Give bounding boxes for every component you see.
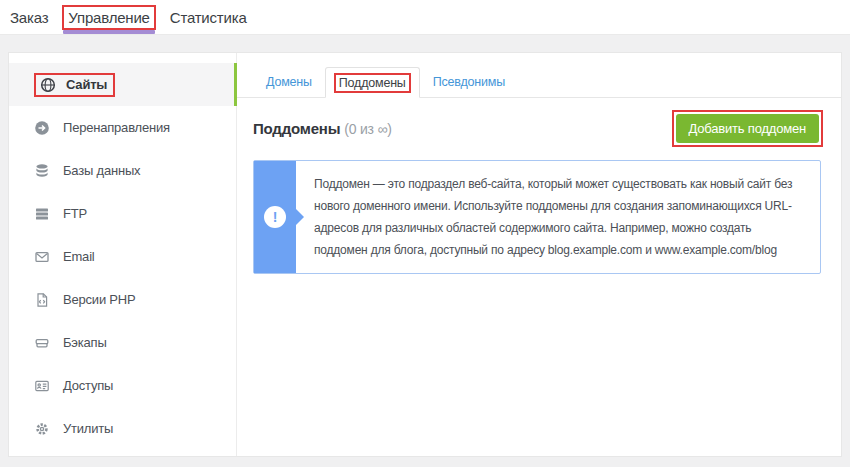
redirect-icon (34, 120, 50, 136)
annotation-highlight: Поддомены (334, 73, 411, 93)
subdomain-count: (0 из ∞) (344, 121, 392, 137)
sidebar-item-label: FTP (63, 206, 87, 221)
sidebar-item-email[interactable]: Email (9, 235, 236, 278)
sidebar-item-access[interactable]: Доступы (9, 364, 236, 407)
gear-icon (34, 421, 50, 437)
annotation-highlight: Сайты (34, 73, 115, 97)
main-panel: СайтыПеренаправленияБазы данныхFTPEmailВ… (8, 52, 842, 457)
php-file-icon (34, 292, 50, 308)
sidebar-item-label: Сайты (66, 77, 107, 92)
backup-icon (34, 335, 50, 351)
id-card-icon (34, 378, 50, 394)
content-area: ДоменыПоддоменыПсевдонимы Поддомены (0 и… (237, 53, 841, 456)
sidebar-item-ftp[interactable]: FTP (9, 192, 236, 235)
add-subdomain-button[interactable]: Добавить поддомен (676, 114, 819, 143)
heading-row: Поддомены (0 из ∞) Добавить поддомен (237, 98, 841, 147)
sidebar-item-label: Доступы (63, 378, 113, 393)
sidebar-item-label: Перенаправления (63, 120, 170, 135)
sidebar-item-redirects[interactable]: Перенаправления (9, 106, 236, 149)
info-box-notch (296, 209, 304, 225)
nav-item-label: Управление (68, 9, 149, 26)
sidebar-item-backups[interactable]: Бэкапы (9, 321, 236, 364)
tab-aliases[interactable]: Псевдонимы (420, 67, 518, 97)
info-box: ! Поддомен — это подраздел веб-сайта, ко… (253, 160, 821, 274)
tab-domains[interactable]: Домены (253, 67, 325, 97)
sidebar-item-databases[interactable]: Базы данных (9, 149, 236, 192)
sidebar-item-sites[interactable]: Сайты (9, 63, 236, 106)
top-bar: ЗаказУправлениеСтатистика (0, 0, 850, 35)
top-navigation: ЗаказУправлениеСтатистика (10, 0, 247, 34)
nav-item-label: Статистика (170, 9, 247, 26)
sidebar-item-label: Версии PHP (63, 292, 136, 307)
sidebar-item-php-versions[interactable]: Версии PHP (9, 278, 236, 321)
tab-subdomains[interactable]: Поддомены (325, 67, 420, 98)
page-title: Поддомены (0 из ∞) (253, 120, 392, 137)
database-icon (34, 163, 50, 179)
tab-bar: ДоменыПоддоменыПсевдонимы (237, 53, 841, 98)
info-box-strip: ! (254, 161, 296, 273)
sidebar-item-label: Базы данных (63, 163, 140, 178)
nav-item-orders[interactable]: Заказ (10, 0, 48, 34)
info-box-text: Поддомен — это подраздел веб-сайта, кото… (296, 161, 820, 273)
sidebar-item-label: Утилиты (63, 421, 113, 436)
nav-item-management[interactable]: Управление (62, 0, 155, 34)
page-title-text: Поддомены (253, 120, 340, 137)
sidebar-item-label: Email (63, 249, 95, 264)
sidebar-item-label: Бэкапы (63, 335, 107, 350)
active-nav-underline (63, 30, 154, 34)
nav-item-label: Заказ (10, 9, 48, 26)
exclamation-icon: ! (264, 206, 286, 228)
sidebar-item-utilities[interactable]: Утилиты (9, 407, 236, 450)
tab-label: Псевдонимы (433, 75, 505, 89)
nav-item-statistics[interactable]: Статистика (170, 0, 247, 34)
annotation-highlight: Управление (62, 5, 155, 30)
mail-icon (34, 249, 50, 265)
tab-label: Поддомены (339, 76, 406, 90)
sidebar: СайтыПеренаправленияБазы данныхFTPEmailВ… (9, 53, 237, 456)
annotation-box-add-button: Добавить поддомен (672, 110, 823, 147)
globe-icon (40, 77, 56, 93)
tab-label: Домены (266, 75, 312, 89)
server-icon (34, 206, 50, 222)
